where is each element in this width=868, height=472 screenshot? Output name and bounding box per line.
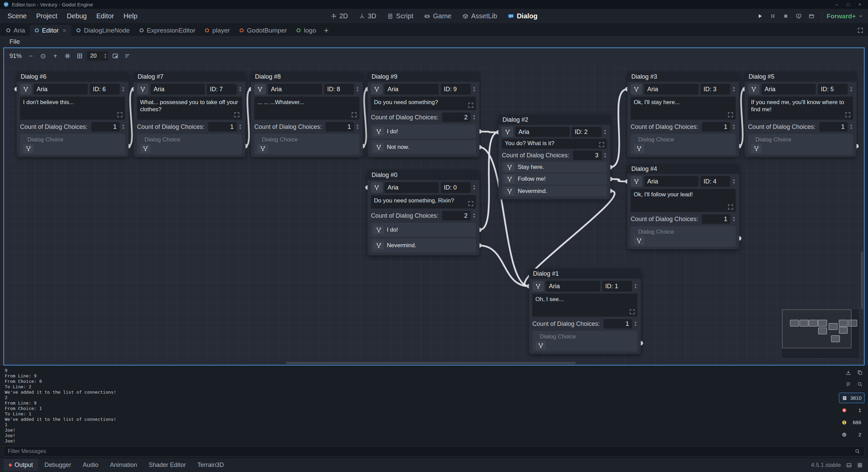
graph-minimap[interactable] [781, 309, 860, 359]
choice-count-field[interactable]: 1 [819, 122, 848, 132]
menu-debug[interactable]: Debug [62, 10, 92, 22]
choice-count-field[interactable]: 2 [442, 211, 471, 220]
spinbox-arrows[interactable] [473, 86, 476, 92]
choice-row-0[interactable]: I do! [371, 223, 476, 237]
dialog-id-field[interactable]: ID: 9 [441, 84, 471, 95]
branch-icon-button[interactable] [502, 127, 513, 137]
choice-row-2[interactable]: Nevermind. [502, 186, 607, 197]
expand-icon[interactable] [598, 141, 605, 148]
graph-editor[interactable]: 91% − ⊙ + 20 Dialog #6AriaID: 6I don't b… [3, 47, 865, 366]
choice-placeholder[interactable]: Dialog Choice [23, 136, 65, 143]
workspace-script[interactable]: Script [383, 10, 418, 22]
menu-scene[interactable]: Scene [3, 10, 32, 22]
play-button[interactable] [755, 11, 765, 21]
snap-toggle-button[interactable] [62, 51, 73, 61]
node-title-bar[interactable]: Dialog #4 [627, 164, 739, 174]
workspace-dialog[interactable]: Dialog [504, 10, 542, 22]
choice-row-1[interactable]: Not now. [371, 140, 476, 154]
branch-icon-button[interactable] [20, 84, 32, 95]
choice-placeholder[interactable]: Dialog Choice [633, 136, 676, 143]
snap-distance-spinbox[interactable]: 20 [87, 51, 108, 61]
branch-icon-button[interactable] [751, 144, 762, 153]
character-name-field[interactable]: Aria [644, 84, 698, 95]
expand-icon[interactable] [628, 308, 636, 315]
branch-icon-button[interactable] [258, 144, 268, 153]
filter-errors[interactable]: 1 [839, 405, 865, 415]
pause-button[interactable] [768, 11, 778, 21]
renderer-selector[interactable]: Forward+ [827, 13, 863, 20]
save-button[interactable] [844, 368, 853, 377]
filter-messages-field[interactable] [3, 446, 865, 456]
expand-icon[interactable] [116, 111, 123, 118]
choice-count-field[interactable]: 1 [326, 122, 354, 132]
expand-icon[interactable] [844, 111, 851, 118]
branch-icon-button[interactable] [631, 176, 642, 187]
spinbox-arrows[interactable] [634, 321, 637, 327]
panel-layout-icon[interactable] [857, 463, 863, 468]
movie-mode-button[interactable] [807, 11, 817, 21]
spinbox-arrows[interactable] [239, 124, 242, 130]
character-name-field[interactable]: Aria [644, 176, 698, 187]
dialog-id-field[interactable]: ID: 0 [441, 182, 471, 193]
dialog-text-area[interactable]: What... possessed you to take off your c… [137, 97, 242, 120]
branch-icon-button[interactable] [254, 84, 266, 95]
node-title-bar[interactable]: Dialog #3 [627, 72, 739, 82]
expand-icon[interactable] [727, 203, 734, 211]
spinbox-arrows[interactable] [732, 216, 736, 222]
scene-tab-expressioneditor[interactable]: ExpressionEditor [135, 25, 200, 36]
zoom-in-button[interactable]: + [50, 51, 60, 61]
branch-icon-button[interactable] [374, 127, 384, 136]
expand-icon[interactable] [233, 111, 240, 118]
bottom-tab-audio[interactable]: Audio [77, 459, 104, 471]
branch-icon-button[interactable] [505, 187, 515, 196]
grid-pattern-button[interactable] [75, 51, 85, 61]
choice-count-field[interactable]: 3 [573, 151, 601, 160]
zoom-out-button[interactable]: − [26, 51, 36, 61]
scene-tab-editor[interactable]: Editor [30, 25, 72, 36]
spinbox-arrows[interactable] [850, 86, 853, 92]
choice-row-1[interactable]: Follow me! [502, 174, 607, 184]
expand-icon[interactable] [350, 111, 358, 118]
branch-icon-button[interactable] [374, 225, 384, 234]
branch-icon-button[interactable] [532, 281, 544, 292]
scene-tab-aria[interactable]: Aria [1, 25, 29, 36]
character-name-field[interactable]: Aria [515, 127, 570, 137]
spinbox-arrows[interactable] [122, 124, 125, 130]
dialog-id-field[interactable]: ID: 5 [818, 84, 848, 95]
dialog-id-field[interactable]: ID: 2 [572, 127, 601, 137]
dialog-id-field[interactable]: ID: 6 [90, 84, 120, 95]
scene-tab-godotbumper[interactable]: GodotBumper [235, 25, 291, 36]
minimap-toggle-button[interactable] [110, 51, 120, 61]
dock-panel-icon[interactable] [846, 463, 852, 468]
graph-vertical-scrollbar[interactable] [861, 252, 863, 309]
choice-count-field[interactable]: 1 [91, 122, 120, 132]
spinbox-arrows[interactable] [473, 184, 476, 191]
dialog-text-area[interactable]: You do? What is it? [502, 139, 607, 149]
filter-editor[interactable]: 2 [839, 429, 865, 440]
graph-node-dialog-4[interactable]: Dialog #4AriaID: 4Ok, I'll follow your l… [627, 164, 739, 249]
spinbox-arrows[interactable] [604, 129, 607, 135]
branch-icon-button[interactable] [140, 144, 151, 153]
character-name-field[interactable]: Aria [762, 84, 816, 95]
branch-icon-button[interactable] [371, 84, 382, 95]
branch-icon-button[interactable] [748, 84, 760, 95]
spinbox-arrows[interactable] [732, 86, 736, 92]
file-menu-button[interactable]: File [6, 37, 23, 46]
dialog-id-field[interactable]: ID: 4 [701, 176, 730, 187]
graph-node-dialog-3[interactable]: Dialog #3AriaID: 3Ok, I'll stay here...C… [627, 72, 739, 157]
workspace-game[interactable]: Game [420, 10, 456, 22]
node-title-bar[interactable]: Dialog #1 [529, 269, 641, 279]
graph-node-dialog-8[interactable]: Dialog #8AriaID: 8... ... ...Whatever...… [251, 72, 363, 157]
choice-placeholder[interactable]: Dialog Choice [751, 136, 793, 143]
scene-tab-player[interactable]: player [200, 25, 234, 36]
choice-count-field[interactable]: 2 [442, 113, 471, 122]
dialog-text-area[interactable]: ... ... ...Whatever... [254, 97, 359, 120]
spinbox-arrows[interactable] [634, 283, 637, 289]
bottom-tab-animation[interactable]: Animation [104, 459, 142, 471]
window-titlebar[interactable]: Editor.tscn - Ventury - Godot Engine – □… [0, 0, 868, 9]
character-name-field[interactable]: Aria [34, 84, 88, 95]
character-name-field[interactable]: Aria [546, 281, 600, 292]
choice-row-1[interactable]: Nevermind. [371, 238, 476, 253]
filter-messages[interactable]: 3810 [839, 393, 865, 403]
choice-count-field[interactable]: 1 [604, 319, 632, 329]
